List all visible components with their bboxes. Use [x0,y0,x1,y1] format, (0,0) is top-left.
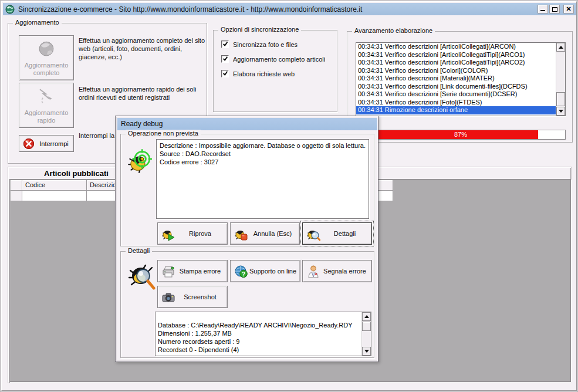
bug-stop-icon [234,227,248,241]
info-line: Database : C:\Ready\Ready\READY ARCHIVI\… [158,321,359,329]
check-icon [222,41,228,47]
checkbox-label: Elabora richieste web [233,70,295,77]
group-opzioni: Opzioni di sincronizzazione Sincronizza … [213,30,337,112]
progress-label: 87% [356,130,565,139]
annulla-label: Annulla (Esc) [248,223,297,244]
bug-magnifier-large-icon [126,260,157,292]
lightning-gray-icon [36,87,56,107]
camera-icon [161,290,175,305]
error-line: Source : DAO.Recordset [160,150,366,158]
segnala-errore-label: Segnala errore [320,261,369,282]
close-icon: ✕ [566,6,571,12]
stampa-errore-label: Stampa errore [175,261,225,282]
log-row[interactable]: 00:34:31 Verifico descrizioni [ArticoliC… [356,51,556,59]
column-header-selector[interactable] [11,180,22,191]
ready-debug-dialog: Ready debug Operazione non prevista Desc… [115,116,378,362]
riprova-button[interactable]: Riprova [157,222,228,245]
checkbox-box [221,40,229,48]
error-line: Codice errore : 3027 [160,158,366,166]
scrollbar-thumb[interactable] [362,322,371,331]
stop-red-icon [23,138,35,150]
group-avanzamento-label: Avanzamento elaborazione [352,27,435,34]
group-dettagli-label: Dettagli [126,247,152,254]
aggiornamento-completo-label: Aggiornamento completo [19,62,73,77]
dettagli-button[interactable]: Dettagli [302,222,372,245]
info-scrollbar[interactable] [361,312,371,356]
error-line: Descrizione : Impossibile aggiornare. Da… [160,141,366,150]
info-textbox[interactable]: Database : C:\Ready\Ready\READY ARCHIVI\… [155,312,371,356]
log-row[interactable]: 00:34:31 Verifico descrizioni [Link docu… [356,83,556,91]
aggiornamento-completo-button[interactable]: Aggiornamento completo [19,35,74,80]
log-row[interactable]: 00:34:31 Verifico descrizioni [ArticoliC… [356,59,556,67]
scrollbar-thumb[interactable] [556,92,565,106]
info-line: Dimensioni : 1.255,37 MB [158,329,359,337]
bug-magnifier-icon [306,227,320,241]
person-icon [306,265,320,279]
aggiornamento-rapido-button[interactable]: Aggiornamento rapido [19,83,74,128]
bug-play-icon [161,227,175,241]
scrollbar-down-button[interactable] [556,107,565,116]
scrollbar-up-button[interactable] [362,312,371,321]
checkbox-box [221,55,229,63]
log-row[interactable]: 00:34:31 Verifico descrizioni [Foto](FTD… [356,99,556,107]
bug-target-icon [126,147,153,174]
checkbox-sincronizza-foto[interactable]: Sincronizza foto e files [221,40,298,48]
minimize-button[interactable] [538,5,548,13]
checkbox-aggiornamento-completo[interactable]: Aggiornamento completo articoli [221,55,325,63]
log-row[interactable]: 00:34:31 Rimozione descrizioni orfane [356,106,556,114]
checkbox-elabora-richieste[interactable]: Elabora richieste web [221,70,295,77]
scrollbar-up-button[interactable] [556,43,565,52]
close-button[interactable]: ✕ [563,5,574,13]
error-textbox[interactable]: Descrizione : Impossibile aggiornare. Da… [156,139,369,219]
group-aggiornamento-label: Aggiornamento [13,19,62,26]
scrollbar-down-button[interactable] [362,347,371,356]
column-header-codice[interactable]: Codice [22,180,87,191]
supporto-online-button[interactable]: ? Supporto on line [230,260,300,282]
aggiornamento-rapido-desc: Effettua un aggiornamento rapido dei sol… [79,85,207,102]
log-listbox[interactable]: 00:34:31 Verifico descrizioni [ArticoliC… [356,42,566,116]
interrompi-button[interactable]: Interrompi [19,135,74,152]
arrow-down-icon [559,110,563,113]
row-selector-cell[interactable] [11,191,22,201]
stampa-errore-button[interactable]: Stampa errore [157,260,228,282]
arrow-down-icon [364,350,369,353]
screenshot-label: Screenshot [175,286,225,307]
globe-gray-icon [36,39,56,59]
app-globe-icon [5,5,15,14]
log-row[interactable]: 00:34:31 Verifico descrizioni [ArticoliC… [356,43,556,51]
log-row[interactable]: 00:34:31 Verifico descrizioni [Serie doc… [356,90,556,99]
group-avanzamento: Avanzamento elaborazione 00:34:31 Verifi… [347,31,573,143]
annulla-button[interactable]: Annulla (Esc) [230,222,300,245]
riprova-label: Riprova [175,223,225,244]
dettagli-label: Dettagli [320,223,369,244]
group-operazione: Operazione non prevista Descrizione : Im… [120,134,374,246]
check-icon [222,56,228,62]
window-title: Sincronizzazione e-commerce - Sito http:… [18,5,536,13]
log-row[interactable]: 00:34:31 Verifico descrizioni [Colori](C… [356,67,556,75]
dialog-title-bar[interactable]: Ready debug [117,118,377,130]
info-line: Numero recordsets aperti : 9 [158,337,359,346]
aggiornamento-rapido-label: Aggiornamento rapido [19,109,73,124]
log-scrollbar[interactable] [556,43,565,116]
maximize-icon [552,7,557,12]
group-operazione-label: Operazione non prevista [126,130,201,137]
segnala-errore-button[interactable]: Segnala errore [302,260,372,282]
printer-icon [161,265,175,279]
arrow-up-icon [559,46,563,49]
app-window: Sincronizzazione e-commerce - Sito http:… [0,0,578,392]
minimize-icon [540,7,545,11]
checkbox-box [221,70,229,77]
check-icon [222,70,228,76]
maximize-button[interactable] [549,5,560,13]
interrompi-label: Interrompi [35,140,73,147]
codice-cell [22,191,87,201]
checkbox-label: Aggiornamento completo articoli [233,56,325,63]
checkbox-label: Sincronizza foto e files [233,41,298,48]
screenshot-button[interactable]: Screenshot [157,286,228,308]
log-row[interactable]: 00:34:31 Verifico descrizioni [Materiali… [356,75,556,83]
svg-text:?: ? [242,271,245,278]
title-bar[interactable]: Sincronizzazione e-commerce - Sito http:… [3,3,576,15]
arrow-up-icon [364,315,369,318]
supporto-online-label: Supporto on line [248,261,298,282]
aggiornamento-completo-desc: Effettua un aggiornamento completo del s… [79,36,207,61]
